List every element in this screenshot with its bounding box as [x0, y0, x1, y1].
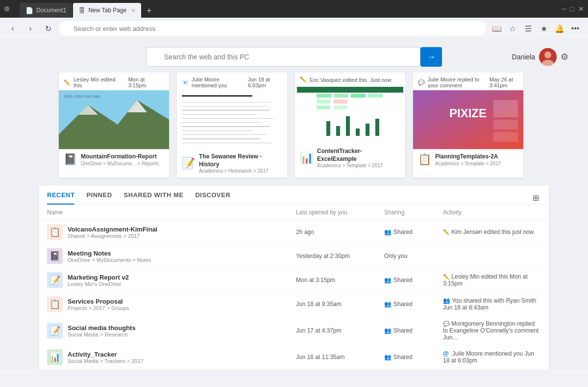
card-excel-activity-icon: ✏️	[300, 77, 307, 83]
svg-rect-24	[356, 129, 360, 136]
card-mountain-activity: Lesley Min edited this	[74, 77, 125, 88]
back-button[interactable]: ‹	[6, 22, 20, 35]
card-excel[interactable]: ✏️ Eric Vasquez edited this Just now	[295, 73, 405, 178]
sharing-icon-activity: 👥	[384, 354, 392, 361]
tab-shared-with-me[interactable]: SHARED WITH ME	[124, 191, 184, 205]
card-mountain-time: Mon at 3:15pm	[128, 77, 164, 88]
tab-newtab[interactable]: 🗄 New Tab Page ✕	[73, 3, 141, 18]
time-cell-marketing: Mon at 3:15pm	[296, 277, 384, 284]
more-button[interactable]: •••	[568, 22, 582, 35]
minimize-button[interactable]: ─	[562, 5, 566, 13]
tab-bar: 📄 Document1 🗄 New Tab Page ✕ +	[16, 0, 560, 18]
col-last-opened: Last opened by you	[296, 209, 384, 216]
window-controls: ⏱	[4, 6, 10, 12]
activity-cell-marketing: Lesley Min edited this Mon at 3:15pm	[443, 273, 541, 287]
card-excel-header: ✏️ Eric Vasquez edited this Just now	[295, 73, 405, 85]
table-row[interactable]: 📊 Activity_Tracker Social Media > Tracke…	[39, 345, 549, 369]
hub-button[interactable]: ☰	[521, 22, 535, 35]
file-meta-social: Social media thoughts Social Media > Res…	[68, 324, 296, 337]
table-row[interactable]: 📋 Services Proposal Projects > 2017 > Gr…	[39, 292, 549, 316]
new-tab-button[interactable]: +	[142, 4, 156, 18]
featured-cards: ✏️ Lesley Min edited this Mon at 3:15pm …	[0, 73, 588, 185]
file-path-meeting: OneDrive > MyDocuments > Notes	[68, 257, 296, 263]
table-header: Name Last opened by you Sharing Activity	[39, 205, 549, 220]
file-title-activity: Activity_Tracker	[68, 351, 296, 358]
tab-discover[interactable]: DISCOVER	[195, 191, 230, 205]
col-sharing: Sharing	[384, 209, 443, 216]
svg-rect-17	[317, 100, 330, 103]
tab-recent[interactable]: RECENT	[47, 191, 74, 205]
card-ppt-header: 💬 Julie Moore replied to your comment Ma…	[413, 73, 523, 90]
file-type-icon-word2: 📝	[47, 323, 63, 338]
refresh-button[interactable]: ↻	[41, 22, 55, 35]
table-row[interactable]: 📋 VolcanoAssignment-KimFinal Shared > As…	[39, 220, 549, 244]
card-excel-name: ContentTracker-ExcelExample	[317, 148, 400, 163]
file-title-marketing: Marketing Report v2	[68, 274, 296, 281]
table-row[interactable]: 📝 Social media thoughts Social Media > R…	[39, 316, 549, 345]
card-mountain-type-icon: 📓	[64, 153, 77, 166]
maximize-button[interactable]: □	[570, 5, 574, 13]
card-excel-time: Just now	[370, 77, 391, 83]
main-search-wrapper: 🔍	[146, 47, 420, 67]
sharing-cell-meeting: Only you	[384, 253, 443, 259]
sharing-icon-marketing: 👥	[384, 277, 392, 284]
sharing-icon-services: 👥	[384, 301, 392, 308]
favorites-button[interactable]: ☆	[506, 22, 519, 35]
time-icon: ⏱	[4, 6, 10, 12]
svg-rect-11	[351, 94, 366, 98]
user-avatar[interactable]	[539, 48, 557, 66]
svg-rect-18	[334, 100, 347, 103]
tab-close-icon[interactable]: ✕	[131, 8, 135, 13]
card-mountain[interactable]: ✏️ Lesley Min edited this Mon at 3:15pm …	[59, 73, 169, 178]
main-search-input[interactable]	[146, 47, 420, 67]
notifications-button[interactable]: 🔔	[553, 22, 566, 35]
browser-titlebar: ⏱ 📄 Document1 🗄 New Tab Page ✕ + ─ □ ✕	[0, 0, 588, 18]
grid-view-button[interactable]: ⊞	[531, 191, 541, 205]
file-meta-volcano: VolcanoAssignment-KimFinal Shared > Assi…	[68, 226, 296, 239]
tab-document1-label: Document1	[36, 7, 66, 14]
address-wrapper: 🔍	[59, 21, 486, 36]
file-type-icon-word: 📝	[47, 272, 63, 288]
svg-rect-21	[326, 121, 330, 136]
svg-rect-9	[317, 94, 331, 98]
svg-rect-22	[336, 126, 340, 136]
favorites-list-button[interactable]: ★	[537, 22, 551, 35]
file-cell-volcano: 📋 VolcanoAssignment-KimFinal Shared > As…	[47, 224, 296, 240]
card-sewanee[interactable]: 📧 Julie Moore mentioned you Jun 18 at 6:…	[177, 73, 287, 178]
activity-icon-social	[443, 320, 450, 327]
card-ppt-info: PlanningTemplates-2A Academics > Templat…	[435, 153, 518, 166]
close-button[interactable]: ✕	[578, 5, 584, 13]
card-sewanee-type-icon: 📝	[182, 157, 195, 170]
tab-pinned[interactable]: PINNED	[86, 191, 112, 205]
card-ppt[interactable]: 💬 Julie Moore replied to your comment Ma…	[413, 73, 523, 178]
file-title-services: Services Proposal	[68, 298, 296, 305]
activity-icon-activity: @	[443, 350, 449, 357]
card-sewanee-thumbnail	[177, 90, 287, 149]
table-row[interactable]: 📓 Meeting Notes OneDrive > MyDocuments >…	[39, 244, 549, 268]
settings-button[interactable]: ⚙	[561, 52, 568, 62]
table-row[interactable]: 📝 Marketing Report v2 Lesley Min's OneDr…	[39, 268, 549, 292]
file-cell-meeting: 📓 Meeting Notes OneDrive > MyDocuments >…	[47, 248, 296, 264]
svg-rect-26	[375, 119, 379, 136]
address-bar: ‹ › ↻ 🔍 📖 ☆ ☰ ★ 🔔 •••	[0, 18, 588, 39]
activity-cell-volcano: Kim Jensen edited this just now	[443, 229, 541, 235]
card-sewanee-name: The Sewanee Review - History	[199, 153, 282, 168]
card-mountain-path: OneDrive > MyDocume... > Reports	[81, 161, 164, 166]
time-cell-volcano: 2h ago	[296, 229, 384, 235]
card-excel-thumbnail	[295, 85, 405, 144]
reader-view-button[interactable]: 📖	[490, 22, 504, 35]
card-mountain-footer: 📓 MountainFormation-Report OneDrive > My…	[59, 149, 169, 170]
card-ppt-thumbnail: PIXIZE	[413, 90, 523, 149]
search-go-button[interactable]: →	[420, 47, 442, 67]
card-ppt-activity-icon: 💬	[418, 79, 425, 86]
svg-rect-25	[366, 124, 369, 136]
card-ppt-path: Academics > Template > 2017	[435, 161, 518, 166]
card-mountain-info: MountainFormation-Report OneDrive > MyDo…	[81, 153, 164, 166]
tab-document1[interactable]: 📄 Document1	[20, 3, 72, 18]
file-type-icon-ppt2: 📋	[47, 296, 63, 312]
svg-rect-12	[368, 94, 383, 98]
card-sewanee-path: Academics > Homework > 2017	[199, 168, 282, 174]
forward-button[interactable]: ›	[24, 22, 37, 35]
card-excel-info: ContentTracker-ExcelExample Academics > …	[317, 148, 400, 168]
address-input[interactable]	[59, 21, 486, 36]
